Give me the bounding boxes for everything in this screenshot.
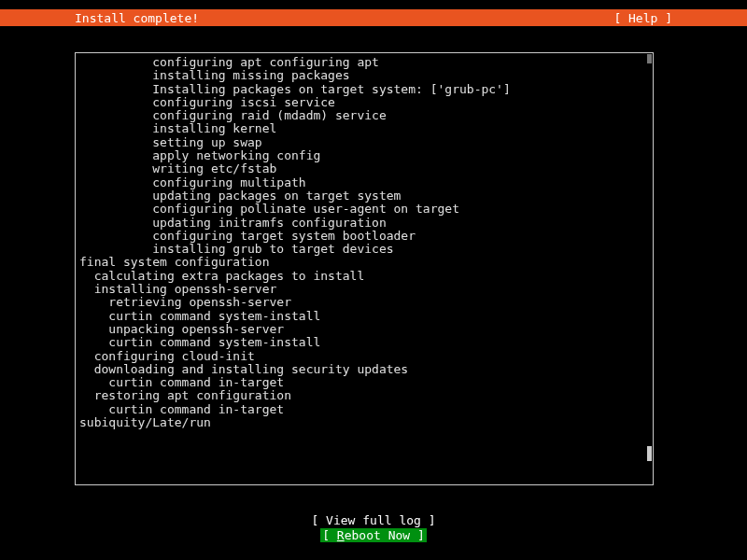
view-full-log-button[interactable]: [ View full log ]	[311, 513, 435, 527]
reboot-now-button[interactable]: [ Reboot Now ]	[320, 528, 427, 542]
scroll-thumb[interactable]	[647, 446, 652, 461]
reboot-hotkey: R	[337, 528, 345, 542]
help-button[interactable]: [ Help ]	[613, 11, 738, 25]
log-scrollbar[interactable]	[647, 54, 652, 483]
reboot-bracket-open: [	[322, 528, 337, 542]
reboot-label-rest: eboot Now ]	[345, 528, 425, 542]
action-buttons: [ View full log ] [ Reboot Now ]	[0, 513, 747, 543]
install-log: configuring apt configuring apt installi…	[75, 52, 654, 485]
page-title: Install complete!	[9, 11, 199, 25]
header-bar: Install complete! [ Help ]	[0, 9, 747, 26]
scroll-up-indicator	[647, 54, 652, 63]
